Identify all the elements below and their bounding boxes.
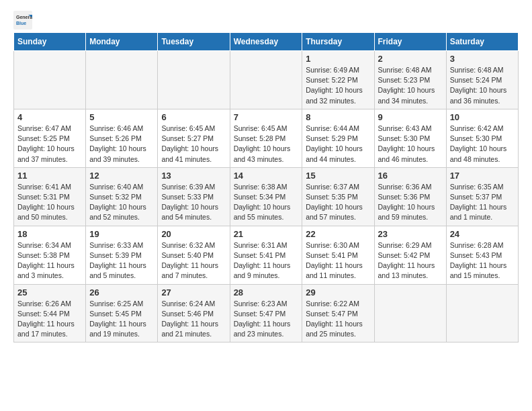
day-number: 11	[17, 171, 82, 181]
day-info: Sunrise: 6:34 AM Sunset: 5:38 PM Dayligh…	[17, 240, 82, 281]
calendar-cell	[374, 284, 446, 342]
day-info: Sunrise: 6:46 AM Sunset: 5:26 PM Dayligh…	[89, 124, 154, 165]
calendar-cell: 4Sunrise: 6:47 AM Sunset: 5:25 PM Daylig…	[14, 109, 86, 167]
calendar-cell: 21Sunrise: 6:31 AM Sunset: 5:41 PM Dayli…	[230, 226, 302, 284]
day-number: 1	[306, 54, 370, 64]
day-info: Sunrise: 6:41 AM Sunset: 5:31 PM Dayligh…	[17, 182, 82, 223]
day-number: 29	[306, 287, 370, 298]
day-info: Sunrise: 6:45 AM Sunset: 5:28 PM Dayligh…	[234, 124, 299, 165]
day-info: Sunrise: 6:38 AM Sunset: 5:34 PM Dayligh…	[234, 182, 299, 223]
svg-text:Blue: Blue	[16, 21, 26, 26]
day-number: 19	[89, 229, 154, 239]
day-number: 25	[17, 287, 82, 298]
day-header-thursday: Thursday	[302, 33, 374, 51]
calendar-cell: 20Sunrise: 6:32 AM Sunset: 5:40 PM Dayli…	[158, 226, 230, 284]
day-number: 22	[306, 229, 370, 239]
day-header-saturday: Saturday	[446, 33, 518, 51]
day-info: Sunrise: 6:47 AM Sunset: 5:25 PM Dayligh…	[17, 124, 82, 165]
day-header-tuesday: Tuesday	[158, 33, 230, 51]
day-number: 26	[89, 287, 154, 298]
day-number: 5	[89, 112, 154, 122]
day-info: Sunrise: 6:44 AM Sunset: 5:29 PM Dayligh…	[306, 124, 370, 165]
calendar-week-row: 25Sunrise: 6:26 AM Sunset: 5:44 PM Dayli…	[14, 284, 519, 342]
calendar-cell: 6Sunrise: 6:45 AM Sunset: 5:27 PM Daylig…	[158, 109, 230, 167]
calendar-cell: 14Sunrise: 6:38 AM Sunset: 5:34 PM Dayli…	[230, 167, 302, 226]
day-number: 15	[306, 171, 370, 181]
day-number: 24	[450, 229, 515, 239]
calendar-cell: 26Sunrise: 6:25 AM Sunset: 5:45 PM Dayli…	[86, 284, 158, 342]
calendar-cell: 12Sunrise: 6:40 AM Sunset: 5:32 PM Dayli…	[86, 167, 158, 226]
calendar-cell: 22Sunrise: 6:30 AM Sunset: 5:41 PM Dayli…	[302, 226, 374, 284]
calendar-week-row: 18Sunrise: 6:34 AM Sunset: 5:38 PM Dayli…	[14, 226, 519, 284]
calendar-cell: 15Sunrise: 6:37 AM Sunset: 5:35 PM Dayli…	[302, 167, 374, 226]
day-info: Sunrise: 6:32 AM Sunset: 5:40 PM Dayligh…	[161, 240, 226, 281]
day-info: Sunrise: 6:23 AM Sunset: 5:47 PM Dayligh…	[234, 299, 299, 340]
calendar-cell: 5Sunrise: 6:46 AM Sunset: 5:26 PM Daylig…	[86, 109, 158, 167]
day-info: Sunrise: 6:30 AM Sunset: 5:41 PM Dayligh…	[306, 240, 370, 281]
day-info: Sunrise: 6:39 AM Sunset: 5:33 PM Dayligh…	[161, 182, 226, 223]
calendar-cell: 2Sunrise: 6:48 AM Sunset: 5:23 PM Daylig…	[374, 51, 446, 109]
day-info: Sunrise: 6:29 AM Sunset: 5:42 PM Dayligh…	[378, 240, 443, 281]
day-info: Sunrise: 6:42 AM Sunset: 5:30 PM Dayligh…	[450, 124, 515, 165]
day-number: 21	[234, 229, 299, 239]
calendar-cell: 23Sunrise: 6:29 AM Sunset: 5:42 PM Dayli…	[374, 226, 446, 284]
calendar-cell: 25Sunrise: 6:26 AM Sunset: 5:44 PM Dayli…	[14, 284, 86, 342]
calendar-cell	[446, 284, 518, 342]
day-info: Sunrise: 6:25 AM Sunset: 5:45 PM Dayligh…	[89, 299, 154, 340]
day-info: Sunrise: 6:48 AM Sunset: 5:24 PM Dayligh…	[450, 65, 515, 106]
day-info: Sunrise: 6:40 AM Sunset: 5:32 PM Dayligh…	[89, 182, 154, 223]
day-number: 6	[161, 112, 226, 122]
day-info: Sunrise: 6:24 AM Sunset: 5:46 PM Dayligh…	[161, 299, 226, 340]
calendar-cell	[86, 51, 158, 109]
day-number: 18	[17, 229, 82, 239]
svg-rect-0	[13, 11, 32, 30]
day-number: 10	[450, 112, 515, 122]
day-number: 23	[378, 229, 443, 239]
day-info: Sunrise: 6:37 AM Sunset: 5:35 PM Dayligh…	[306, 182, 370, 223]
day-header-sunday: Sunday	[14, 33, 86, 51]
calendar-cell: 7Sunrise: 6:45 AM Sunset: 5:28 PM Daylig…	[230, 109, 302, 167]
calendar-cell: 9Sunrise: 6:43 AM Sunset: 5:30 PM Daylig…	[374, 109, 446, 167]
calendar-cell: 28Sunrise: 6:23 AM Sunset: 5:47 PM Dayli…	[230, 284, 302, 342]
calendar-week-row: 1Sunrise: 6:49 AM Sunset: 5:22 PM Daylig…	[14, 51, 519, 109]
calendar-cell: 3Sunrise: 6:48 AM Sunset: 5:24 PM Daylig…	[446, 51, 518, 109]
day-header-monday: Monday	[86, 33, 158, 51]
day-number: 17	[450, 171, 515, 181]
day-number: 16	[378, 171, 443, 181]
logo: General Blue	[13, 11, 35, 30]
day-info: Sunrise: 6:48 AM Sunset: 5:23 PM Dayligh…	[378, 65, 443, 106]
calendar-cell	[14, 51, 86, 109]
day-info: Sunrise: 6:36 AM Sunset: 5:36 PM Dayligh…	[378, 182, 443, 223]
day-number: 28	[234, 287, 299, 298]
calendar-week-row: 11Sunrise: 6:41 AM Sunset: 5:31 PM Dayli…	[14, 167, 519, 226]
calendar-cell: 11Sunrise: 6:41 AM Sunset: 5:31 PM Dayli…	[14, 167, 86, 226]
calendar-cell	[158, 51, 230, 109]
day-number: 13	[161, 171, 226, 181]
calendar-week-row: 4Sunrise: 6:47 AM Sunset: 5:25 PM Daylig…	[14, 109, 519, 167]
day-header-wednesday: Wednesday	[230, 33, 302, 51]
calendar-cell: 16Sunrise: 6:36 AM Sunset: 5:36 PM Dayli…	[374, 167, 446, 226]
day-number: 7	[234, 112, 299, 122]
calendar-cell: 1Sunrise: 6:49 AM Sunset: 5:22 PM Daylig…	[302, 51, 374, 109]
calendar-cell: 10Sunrise: 6:42 AM Sunset: 5:30 PM Dayli…	[446, 109, 518, 167]
calendar-cell: 19Sunrise: 6:33 AM Sunset: 5:39 PM Dayli…	[86, 226, 158, 284]
calendar-cell: 24Sunrise: 6:28 AM Sunset: 5:43 PM Dayli…	[446, 226, 518, 284]
day-info: Sunrise: 6:33 AM Sunset: 5:39 PM Dayligh…	[89, 240, 154, 281]
day-info: Sunrise: 6:45 AM Sunset: 5:27 PM Dayligh…	[161, 124, 226, 165]
day-info: Sunrise: 6:31 AM Sunset: 5:41 PM Dayligh…	[234, 240, 299, 281]
day-number: 14	[234, 171, 299, 181]
day-info: Sunrise: 6:26 AM Sunset: 5:44 PM Dayligh…	[17, 299, 82, 340]
day-number: 27	[161, 287, 226, 298]
calendar-table: SundayMondayTuesdayWednesdayThursdayFrid…	[13, 32, 519, 342]
calendar-cell	[230, 51, 302, 109]
calendar-cell: 8Sunrise: 6:44 AM Sunset: 5:29 PM Daylig…	[302, 109, 374, 167]
day-number: 2	[378, 54, 443, 64]
day-info: Sunrise: 6:49 AM Sunset: 5:22 PM Dayligh…	[306, 65, 370, 106]
day-number: 9	[378, 112, 443, 122]
calendar-cell: 27Sunrise: 6:24 AM Sunset: 5:46 PM Dayli…	[158, 284, 230, 342]
calendar-cell: 17Sunrise: 6:35 AM Sunset: 5:37 PM Dayli…	[446, 167, 518, 226]
day-number: 12	[89, 171, 154, 181]
calendar-cell: 18Sunrise: 6:34 AM Sunset: 5:38 PM Dayli…	[14, 226, 86, 284]
day-number: 8	[306, 112, 370, 122]
day-info: Sunrise: 6:22 AM Sunset: 5:47 PM Dayligh…	[306, 299, 370, 340]
